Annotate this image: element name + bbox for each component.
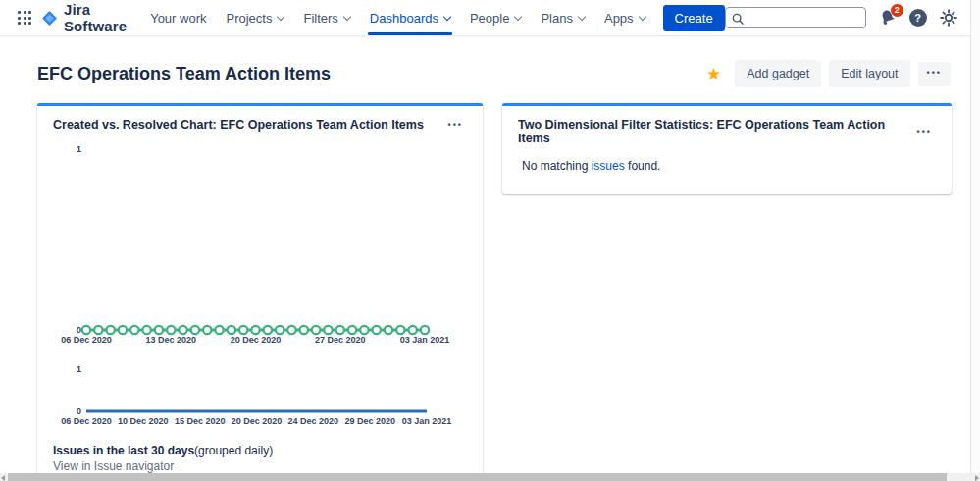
nav-item-plans[interactable]: Plans xyxy=(531,0,594,35)
favorite-star-icon[interactable]: ★ xyxy=(704,64,723,84)
gadget-title: Two Dimensional Filter Statistics: EFC O… xyxy=(518,118,913,145)
search-box xyxy=(725,7,866,28)
chevron-down-icon xyxy=(277,12,284,20)
gadget-header: Two Dimensional Filter Statistics: EFC O… xyxy=(518,106,936,145)
create-button[interactable]: Create xyxy=(663,5,725,31)
issues-link[interactable]: issues xyxy=(592,159,625,173)
help-button[interactable]: ? xyxy=(909,9,927,27)
search-icon xyxy=(732,11,744,28)
svg-text:13 Dec 2020: 13 Dec 2020 xyxy=(145,335,196,345)
created-vs-resolved-chart: 1006 Dec 202013 Dec 202020 Dec 202027 De… xyxy=(53,137,475,347)
gadget-title: Created vs. Resolved Chart: EFC Operatio… xyxy=(53,118,424,132)
svg-text:20 Dec 2020: 20 Dec 2020 xyxy=(232,416,283,426)
gadget-more-button[interactable]: ••• xyxy=(444,118,467,132)
brand-name: Jira Software xyxy=(64,1,127,34)
primary-nav: Your work Projects Filters Dashboards Pe… xyxy=(140,0,654,35)
nav-item-apps[interactable]: Apps xyxy=(594,0,655,35)
svg-text:1: 1 xyxy=(77,363,82,374)
nav-item-people[interactable]: People xyxy=(460,0,531,35)
dashboard-actions: ★ Add gadget Edit layout ••• xyxy=(704,60,951,87)
notification-badge: 2 xyxy=(891,4,903,17)
scroll-left-arrow-icon[interactable] xyxy=(1,475,5,481)
notifications-button[interactable]: 2 xyxy=(879,9,897,27)
question-mark-icon: ? xyxy=(914,12,921,24)
svg-text:27 Dec 2020: 27 Dec 2020 xyxy=(315,335,366,345)
dashboard-header: EFC Operations Team Action Items ★ Add g… xyxy=(0,35,980,103)
chevron-down-icon xyxy=(578,12,586,20)
nav-right-controls: 2 ? AN xyxy=(725,7,980,28)
chevron-down-icon xyxy=(343,12,351,20)
svg-text:0: 0 xyxy=(77,405,81,416)
chevron-down-icon xyxy=(638,12,645,20)
svg-text:03 Jan 2021: 03 Jan 2021 xyxy=(402,416,452,426)
jira-diamond-icon xyxy=(41,10,58,27)
search-input[interactable] xyxy=(725,7,866,28)
edit-layout-button[interactable]: Edit layout xyxy=(829,60,909,87)
view-in-issue-navigator-link[interactable]: View in Issue navigator xyxy=(53,459,174,474)
add-gadget-button[interactable]: Add gadget xyxy=(735,60,821,87)
chevron-down-icon xyxy=(514,12,522,20)
svg-text:06 Dec 2020: 06 Dec 2020 xyxy=(61,335,112,345)
gadget-header: Created vs. Resolved Chart: EFC Operatio… xyxy=(53,106,467,132)
svg-text:03 Jan 2021: 03 Jan 2021 xyxy=(400,335,450,345)
trend-chart: 1006 Dec 202010 Dec 202015 Dec 202020 De… xyxy=(53,355,475,428)
top-navigation-bar: Jira Software Your work Projects Filters… xyxy=(0,0,980,35)
svg-text:20 Dec 2020: 20 Dec 2020 xyxy=(231,335,282,345)
svg-text:15 Dec 2020: 15 Dec 2020 xyxy=(175,416,226,426)
dashboard-panels: Created vs. Resolved Chart: EFC Operatio… xyxy=(0,103,980,481)
svg-text:1: 1 xyxy=(77,143,82,154)
svg-text:10 Dec 2020: 10 Dec 2020 xyxy=(118,416,169,426)
created-vs-resolved-gadget: Created vs. Resolved Chart: EFC Operatio… xyxy=(37,103,483,481)
chevron-down-icon xyxy=(443,12,451,20)
dashboard-more-button[interactable]: ••• xyxy=(918,62,951,86)
svg-text:0: 0 xyxy=(77,324,81,335)
nav-item-dashboards[interactable]: Dashboards xyxy=(360,0,460,35)
nav-item-your-work[interactable]: Your work xyxy=(140,0,216,35)
svg-text:29 Dec 2020: 29 Dec 2020 xyxy=(344,416,395,426)
nav-item-projects[interactable]: Projects xyxy=(216,0,293,35)
gear-icon xyxy=(940,9,957,27)
vertical-scrollbar[interactable] xyxy=(970,0,980,473)
svg-text:06 Dec 2020: 06 Dec 2020 xyxy=(61,416,112,426)
footer-heading: Issues in the last 30 days(grouped daily… xyxy=(53,444,467,458)
page-title: EFC Operations Team Action Items xyxy=(37,64,704,84)
settings-button[interactable] xyxy=(940,9,957,27)
scroll-right-arrow-icon[interactable] xyxy=(975,475,979,481)
nav-item-filters[interactable]: Filters xyxy=(293,0,359,35)
svg-text:24 Dec 2020: 24 Dec 2020 xyxy=(288,416,339,426)
empty-state-message: No matching issues found. xyxy=(518,145,936,183)
horizontal-scrollbar[interactable] xyxy=(0,473,980,481)
gadget-more-button[interactable]: ••• xyxy=(913,125,936,138)
two-dimensional-stats-gadget: Two Dimensional Filter Statistics: EFC O… xyxy=(502,103,952,194)
app-switcher-icon[interactable] xyxy=(18,11,31,25)
jira-logo[interactable]: Jira Software xyxy=(41,1,127,34)
horizontal-scrollbar-thumb[interactable] xyxy=(8,473,947,481)
